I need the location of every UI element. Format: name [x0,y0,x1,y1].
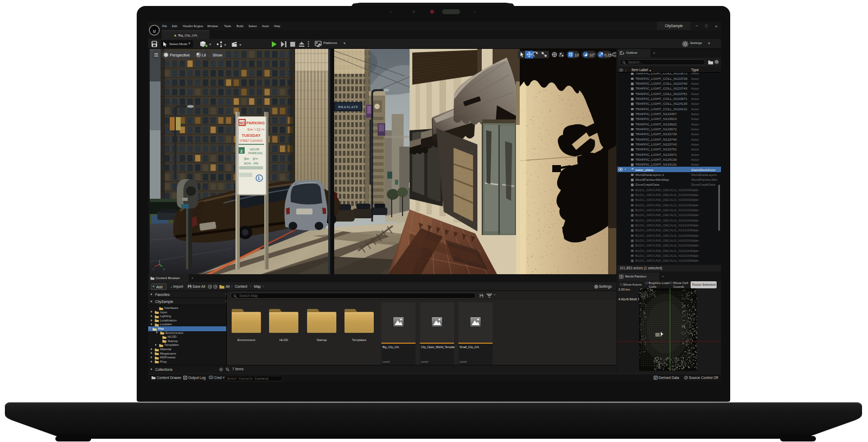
svg-text:Perspective: Perspective [170,53,190,58]
svg-text:Show: Show [213,53,222,57]
svg-text:10: 10 [575,53,579,57]
svg-text:10°: 10° [589,53,595,57]
svg-text:AM: AM [246,158,249,160]
svg-text:0.25: 0.25 [604,53,612,57]
svg-text:▼: ▼ [239,43,242,47]
svg-text:▼: ▼ [209,43,212,46]
svg-text:PM: PM [255,158,258,160]
svg-text:▼: ▼ [224,43,227,47]
svg-text:2: 2 [240,149,242,154]
svg-text:PM: PM [261,129,264,131]
svg-text:NO: NO [239,121,245,125]
svg-text:STREET CLEANING: STREET CLEANING [240,140,263,142]
svg-text:BRASLATE: BRASLATE [339,105,359,109]
svg-text:MON - FRI: MON - FRI [244,162,259,165]
svg-text:11: 11 [257,128,260,131]
svg-text:L: L [258,175,261,181]
svg-text:HOUR: HOUR [250,148,259,151]
svg-text:TO: TO [254,129,257,131]
svg-text:9: 9 [247,128,250,131]
svg-text:PARKING: PARKING [248,151,263,155]
svg-text:PARKING: PARKING [246,121,265,125]
svg-text:TUESDAY: TUESDAY [241,133,260,138]
svg-text:Lit: Lit [202,53,206,57]
svg-text:u: u [153,27,156,34]
svg-text:AM: AM [250,129,253,131]
